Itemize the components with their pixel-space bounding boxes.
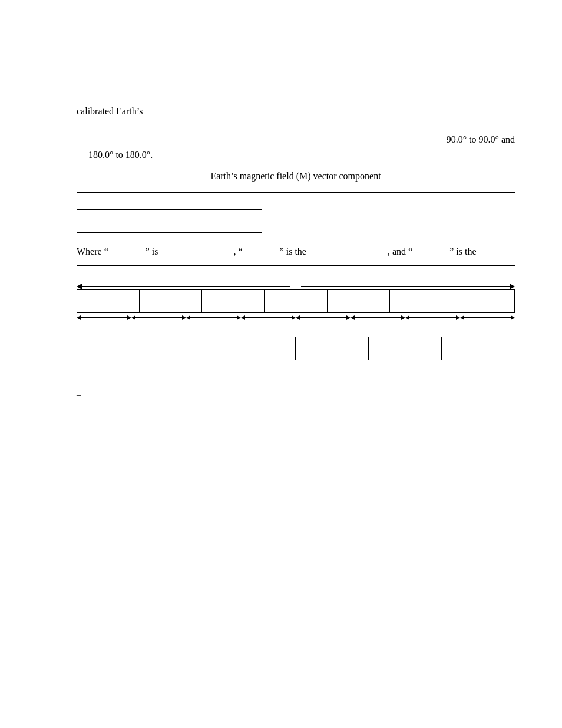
where-line: Where “ ” is , “ ” is the , and “ ” is t…	[77, 243, 515, 259]
section-formula: Where “ ” is , “ ” is the , and “ ” is t…	[77, 209, 515, 266]
calibrated-text: calibrated Earth’s	[77, 106, 143, 116]
formula-box-3	[200, 209, 262, 233]
cell-4	[265, 290, 327, 312]
small-arrows-row	[77, 315, 515, 320]
small-shaft-4	[245, 317, 292, 318]
top-divider	[77, 192, 515, 193]
cell-6	[390, 290, 452, 312]
big-arrow-right	[301, 284, 515, 289]
cell-1	[77, 290, 140, 312]
formula-box-2	[138, 209, 200, 233]
bottom-cells-row	[77, 337, 442, 360]
small-arrow-left-6	[351, 315, 355, 320]
cell-2	[140, 290, 202, 312]
where-part2-open: , “	[234, 243, 243, 259]
small-shaft-5	[300, 317, 346, 318]
formula-box-1	[77, 209, 138, 233]
small-arrow-left-4	[241, 315, 245, 320]
degrees-right: 90.0° to 90.0° and	[447, 134, 515, 145]
small-shaft-3	[190, 317, 237, 318]
small-arrow-left-8	[460, 315, 464, 320]
small-shaft-1	[81, 317, 127, 318]
big-arrow-left	[77, 284, 290, 289]
cell-5	[328, 290, 390, 312]
small-arrow-right-7	[456, 315, 460, 320]
cell-3	[202, 290, 265, 312]
small-shaft-7	[409, 317, 456, 318]
where-part3-close: ” is the	[449, 243, 476, 259]
footer-note: –	[77, 390, 515, 400]
small-arrow-left-1	[77, 315, 81, 320]
bottom-cell-2	[150, 337, 223, 360]
where-part3-open: , and “	[388, 243, 412, 259]
small-shaft-2	[135, 317, 182, 318]
where-part1-close: ” is	[146, 243, 158, 259]
small-arrow-left-2	[131, 315, 135, 320]
small-arrow-group-5	[296, 315, 351, 320]
bottom-cell-4	[296, 337, 369, 360]
small-arrow-right-4	[292, 315, 296, 320]
where-part2-close: ” is the	[280, 243, 306, 259]
big-arrow-left-head	[77, 284, 82, 289]
small-shaft-8	[464, 317, 511, 318]
small-arrow-right-2	[182, 315, 186, 320]
small-arrow-right-5	[346, 315, 351, 320]
small-arrow-left-5	[296, 315, 300, 320]
section-bottom-table	[77, 337, 515, 360]
cells-row	[77, 289, 515, 313]
big-arrow-right-head	[510, 284, 515, 289]
small-arrow-group-8	[460, 315, 515, 320]
cell-7	[452, 290, 514, 312]
small-arrow-right-8	[511, 315, 515, 320]
formula-divider	[77, 265, 515, 266]
small-arrow-left-7	[405, 315, 409, 320]
footer-dash: –	[77, 390, 81, 399]
small-arrow-group-6	[351, 315, 405, 320]
small-arrow-right-6	[401, 315, 405, 320]
small-arrow-right-1	[127, 315, 131, 320]
earths-field-label: Earth’s magnetic field (M) vector compon…	[77, 171, 515, 182]
big-arrow-left-shaft	[82, 286, 290, 287]
small-arrow-group-4	[241, 315, 296, 320]
small-arrow-group-1	[77, 315, 131, 320]
big-arrow-right-shaft	[301, 286, 510, 287]
page: calibrated Earth’s 90.0° to 90.0° and 18…	[0, 0, 562, 728]
line-degrees: 90.0° to 90.0° and	[77, 134, 515, 145]
degrees-left: 180.0° to 180.0°.	[88, 150, 515, 160]
small-arrow-group-7	[405, 315, 460, 320]
small-arrow-group-2	[131, 315, 186, 320]
small-arrow-left-3	[186, 315, 190, 320]
formula-boxes	[77, 209, 515, 233]
section-diagram	[77, 284, 515, 320]
bottom-cell-3	[223, 337, 296, 360]
small-shaft-6	[355, 317, 401, 318]
bottom-cell-5	[369, 337, 441, 360]
bottom-cell-1	[77, 337, 150, 360]
small-arrow-group-3	[186, 315, 241, 320]
where-prefix: Where “	[77, 243, 108, 259]
section-top: calibrated Earth’s 90.0° to 90.0° and 18…	[77, 106, 515, 193]
small-arrow-right-3	[237, 315, 241, 320]
big-arrow	[77, 284, 515, 289]
line-calibrated: calibrated Earth’s	[77, 106, 515, 117]
